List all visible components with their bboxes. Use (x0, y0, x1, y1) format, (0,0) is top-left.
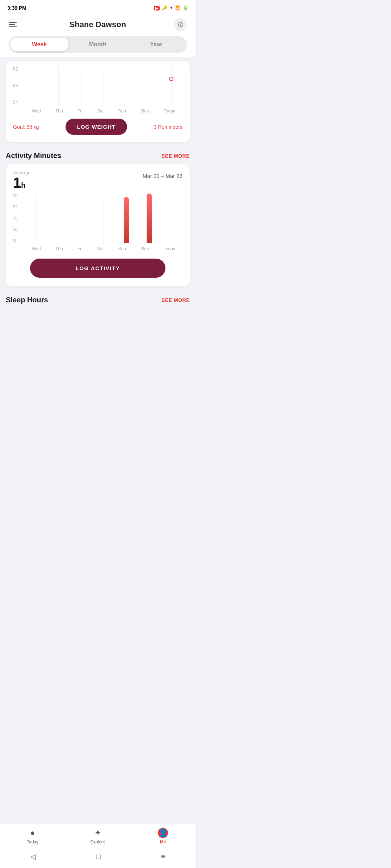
activity-date-range: Mar 20 – Mar 26 (143, 173, 182, 179)
x-label-mon: Mon (140, 109, 149, 114)
bar-4 (124, 197, 129, 243)
bar-col-5 (138, 193, 160, 243)
chart-col-mon (137, 67, 160, 105)
bar-x-mon: Mon (140, 246, 149, 251)
chart-col-sat (92, 67, 115, 105)
settings-button[interactable]: ⚙ (174, 18, 187, 31)
bar-grid-line-2 (81, 193, 81, 243)
bar-y-0: 0h (13, 238, 23, 243)
grid-line-mon (149, 67, 149, 105)
gear-icon: ⚙ (177, 20, 184, 29)
grid-line-fri (81, 67, 81, 105)
weight-footer: Goal: 58 kg LOG WEIGHT 3 Reminders (13, 119, 182, 135)
weight-x-labels: Wed Thu Fri Sat Sun Mon Today (25, 109, 182, 114)
reminders-text: 3 Reminders (154, 124, 182, 130)
bar-col-0 (25, 193, 46, 243)
y-label-82: 82 (13, 67, 23, 72)
menu-button[interactable] (9, 18, 22, 31)
bar-grid-line-3 (104, 193, 104, 243)
bar-area (25, 193, 182, 243)
bluetooth-icon: ✦ (169, 5, 173, 10)
weight-card: 82 68 54 (6, 61, 190, 142)
x-label-fri: Fri (77, 109, 83, 114)
activity-bar-chart: 70 52 35 18 0h Wed Thu Fri Sat Sun Mon T… (13, 193, 182, 251)
bar-x-sun: Sun (118, 246, 126, 251)
bar-x-sat: Sat (97, 246, 104, 251)
bar-y-18: 18 (13, 227, 23, 231)
bar-y-70: 70 (13, 193, 23, 198)
status-bar: 3:39 PM ▶ 🔑 ✦ 📶 🔋 (0, 0, 196, 14)
tab-week[interactable]: Week (10, 38, 68, 51)
bar-5 (147, 193, 152, 243)
weight-chart: 82 68 54 (13, 67, 182, 114)
log-activity-button[interactable]: LOG ACTIVITY (30, 259, 165, 278)
activity-title: Activity Minutes (6, 152, 61, 160)
y-label-54: 54 (13, 100, 23, 105)
bar-grid-line-1 (58, 193, 58, 243)
bar-col-6 (161, 193, 182, 243)
period-tabs: Week Month Year (9, 36, 187, 53)
key-icon: 🔑 (162, 5, 167, 10)
chart-col-sun (115, 67, 137, 105)
chart-col-wed (25, 67, 47, 105)
chart-col-fri (70, 67, 92, 105)
activity-card: Average 1h Mar 20 – Mar 26 70 52 35 18 0… (6, 164, 190, 286)
menu-line-3 (9, 26, 17, 27)
bar-col-3 (93, 193, 114, 243)
grid-line-today (171, 67, 172, 105)
bar-x-today: Today (164, 246, 175, 251)
battery-icon: 🔋 (183, 5, 188, 10)
x-label-sat: Sat (97, 109, 104, 114)
bar-x-fri: Fri (77, 246, 83, 251)
page-title: Shane Dawson (70, 20, 126, 29)
bar-col-1 (47, 193, 69, 243)
bar-x-thu: Thu (55, 246, 63, 251)
grid-line-wed (36, 67, 36, 105)
sleep-title: Sleep Hours (6, 296, 48, 304)
status-icons: ▶ 🔑 ✦ 📶 🔋 (154, 5, 188, 10)
bar-col-2 (70, 193, 92, 243)
x-label-wed: Wed (32, 109, 41, 114)
bar-col-4 (115, 193, 137, 243)
status-time: 3:39 PM (7, 5, 26, 11)
menu-line-1 (9, 22, 17, 23)
tabs-container: Week Month Year (0, 36, 196, 57)
activity-avg-value: 1h (13, 175, 30, 190)
chart-col-today (160, 67, 182, 105)
tab-year[interactable]: Year (127, 38, 185, 51)
activity-y-labels: 70 52 35 18 0h (13, 193, 23, 243)
weight-chart-area (25, 67, 182, 105)
header: Shane Dawson ⚙ (0, 14, 196, 36)
sleep-section-header: Sleep Hours SEE MORE (0, 290, 196, 311)
grid-line-sun (126, 67, 126, 105)
activity-avg-container: Average 1h (13, 170, 30, 190)
log-weight-button[interactable]: LOG WEIGHT (66, 119, 127, 135)
x-label-thu: Thu (55, 109, 63, 114)
record-icon: ▶ (154, 6, 160, 10)
grid-line-thu (58, 67, 59, 105)
sleep-see-more[interactable]: SEE MORE (161, 297, 190, 303)
chart-col-thu (47, 67, 70, 105)
wifi-icon: 📶 (175, 5, 181, 10)
bar-y-35: 35 (13, 216, 23, 220)
x-label-today: Today (164, 109, 175, 114)
goal-text: Goal: 58 kg (13, 124, 39, 130)
x-label-sun: Sun (118, 109, 126, 114)
activity-section-header: Activity Minutes SEE MORE (0, 146, 196, 161)
bar-y-52: 52 (13, 205, 23, 209)
bar-x-wed: Wed (32, 246, 41, 251)
bar-grid-line-0 (35, 193, 35, 243)
bar-grid-line-6 (172, 193, 172, 243)
menu-line-2 (9, 24, 15, 25)
activity-see-more[interactable]: SEE MORE (161, 153, 190, 159)
weight-y-labels: 82 68 54 (13, 67, 23, 105)
activity-x-labels: Wed Thu Fri Sat Sun Mon Today (25, 246, 182, 251)
grid-line-sat (104, 67, 104, 105)
weight-dot (169, 77, 173, 81)
activity-header: Average 1h Mar 20 – Mar 26 (13, 170, 182, 190)
y-label-68: 68 (13, 83, 23, 88)
tab-month[interactable]: Month (68, 38, 127, 51)
